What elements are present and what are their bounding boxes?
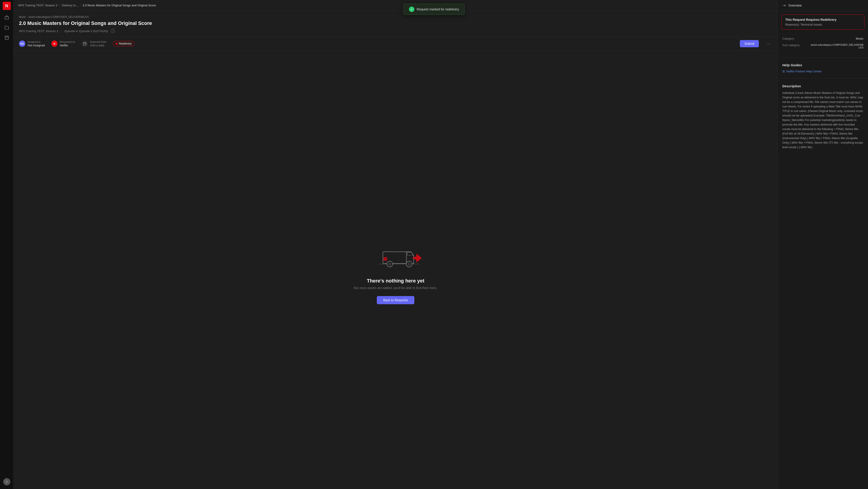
- help-guides-title: Help Guides: [782, 63, 864, 67]
- main-area: NPS Training TEST: Season 2 / Delivery t…: [13, 0, 778, 489]
- help-link-text: Netflix Partner Help Center: [786, 70, 822, 73]
- toast-check-icon: ✓: [409, 6, 414, 12]
- assigned-avatar: NA: [19, 40, 25, 47]
- reason-value: Technical Issues: [800, 23, 822, 26]
- category-val: Music: [809, 37, 864, 40]
- content-header: Music - asset.subcategory.COMPOSER_DELIV…: [13, 11, 778, 37]
- expected-date-item: Expected Date Add a date: [82, 40, 106, 47]
- description-text: Individual 2-track Stereo Music Masters …: [782, 91, 864, 149]
- subcategory-val: asset.subcategory.COMPOSER_DELIVERABLES: [809, 44, 864, 49]
- help-link[interactable]: ⛓ Netflix Partner Help Center: [782, 70, 864, 73]
- breadcrumb-project[interactable]: NPS Training TEST: Season 2: [18, 4, 57, 7]
- netflix-logo[interactable]: N: [3, 2, 11, 10]
- sidebar: N U: [0, 0, 13, 489]
- empty-state: There's nothing here yet But once assets…: [13, 51, 778, 489]
- panel-category-section: Category Music Sub category asset.subcat…: [778, 33, 868, 56]
- assigned-to-item: NA Assigned to Not Assigned: [19, 40, 45, 47]
- svg-rect-0: [5, 17, 8, 19]
- svg-point-12: [389, 263, 391, 265]
- truck-illustration: [368, 235, 423, 271]
- empty-title: There's nothing here yet: [367, 278, 425, 284]
- breadcrumb-delivery[interactable]: Delivery to...: [62, 4, 78, 7]
- calendar-icon[interactable]: [3, 33, 11, 41]
- right-panel: ⇥ Overview This Request Requires Redeliv…: [778, 0, 868, 489]
- svg-point-14: [408, 263, 410, 265]
- more-options-button[interactable]: ···: [765, 40, 772, 47]
- tv-icon[interactable]: [3, 13, 11, 22]
- overview-tab[interactable]: Overview: [788, 4, 802, 7]
- page-title: 2.0 Music Masters for Original Songs and…: [19, 20, 772, 26]
- requested-value: Netflix: [60, 44, 75, 47]
- reason-label: Reason(s):: [785, 23, 800, 26]
- redelivery-notice-reason: Reason(s): Technical Issues: [785, 23, 861, 26]
- panel-topbar: ⇥ Overview: [778, 0, 868, 11]
- requested-label-group: Requested by Netflix: [60, 40, 75, 47]
- svg-rect-5: [84, 42, 86, 45]
- description-title: Description: [782, 84, 864, 88]
- redelivery-label: Redelivery: [119, 42, 132, 45]
- toast-notification: ✓ Request marked for redelivery: [403, 4, 465, 15]
- episode-name: Episode 4: Episode 3 (81579183): [64, 29, 108, 33]
- breadcrumb-sep-1: /: [59, 4, 60, 7]
- expected-label-group: Expected Date Add a date: [90, 40, 106, 47]
- panel-help-section: Help Guides ⛓ Netflix Partner Help Cente…: [778, 59, 868, 77]
- requester-avatar: N: [51, 40, 58, 47]
- meta-row: NA Assigned to Not Assigned N Requested …: [13, 37, 778, 51]
- category-key: Category: [782, 37, 809, 40]
- breadcrumb: NPS Training TEST: Season 2 / Delivery t…: [13, 0, 778, 11]
- redelivery-dot: [116, 43, 118, 45]
- breadcrumb-current: 2.0 Music Masters for Original Songs and…: [83, 4, 156, 7]
- redelivery-notice: This Request Requires Redelivery Reason(…: [781, 15, 864, 30]
- redelivery-notice-title: This Request Requires Redelivery: [785, 18, 861, 22]
- subcategory-row: Sub category asset.subcategory.COMPOSER_…: [782, 44, 864, 49]
- expected-label: Expected Date: [90, 40, 106, 43]
- assigned-value[interactable]: Not Assigned: [28, 44, 45, 47]
- empty-subtitle: But once assets are added, you'll be abl…: [354, 286, 437, 290]
- panel-nav-icon: ⇥: [782, 3, 786, 8]
- panel-divider-1: [778, 57, 868, 58]
- svg-rect-1: [5, 36, 8, 39]
- toast-message: Request marked for redelivery: [416, 7, 459, 11]
- category-label: Music - asset.subcategory.COMPOSER_DELIV…: [19, 16, 772, 19]
- page-meta: NPS Training TEST: Season 2 | Episode 4:…: [19, 29, 772, 33]
- category-row: Category Music: [782, 37, 864, 40]
- project-name: NPS Training TEST: Season 2: [19, 29, 58, 33]
- requested-label: Requested by: [60, 40, 75, 43]
- link-icon: ⛓: [782, 70, 785, 73]
- redelivery-badge[interactable]: Redelivery: [113, 41, 135, 46]
- folder-icon[interactable]: [3, 24, 11, 32]
- info-icon[interactable]: i: [111, 29, 115, 33]
- panel-description-section: Description Individual 2-track Stereo Mu…: [778, 81, 868, 153]
- assigned-label: Assigned to: [28, 40, 45, 43]
- calendar-date-icon: [82, 40, 88, 47]
- assigned-label-group: Assigned to Not Assigned: [28, 40, 45, 47]
- requested-by-item: N Requested by Netflix: [51, 40, 75, 47]
- expected-value[interactable]: Add a date: [90, 44, 106, 47]
- avatar[interactable]: U: [3, 478, 10, 485]
- breadcrumb-sep-2: /: [80, 4, 81, 7]
- svg-rect-16: [383, 257, 387, 261]
- back-to-requests-button[interactable]: Back to Requests: [377, 296, 414, 304]
- subcategory-key: Sub category: [782, 44, 809, 47]
- submit-button[interactable]: Submit: [740, 40, 759, 47]
